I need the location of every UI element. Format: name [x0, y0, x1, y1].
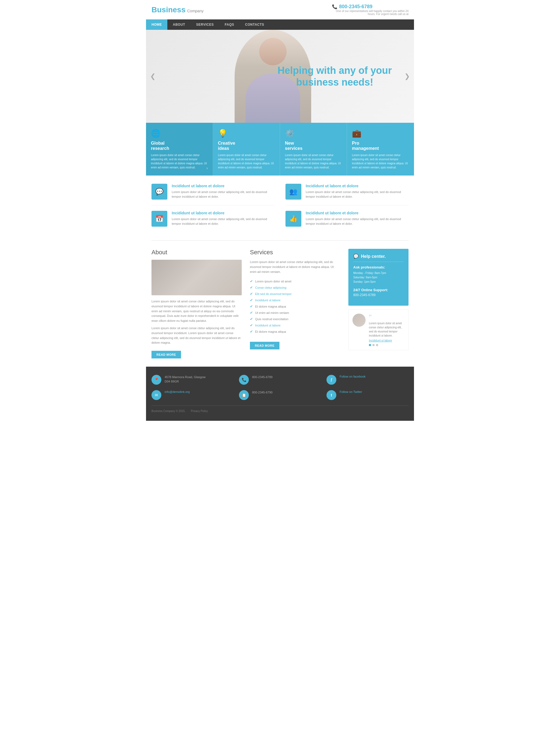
service-item-7: ✔ Incididunt ut labore: [250, 322, 340, 328]
about-text-2: Lorem ipsum dolor sit amet conse ctetur …: [151, 326, 242, 345]
feature-text-2: Lorem ipsum dolor sit amet conse ctetur …: [285, 153, 342, 170]
hero-arrow-left[interactable]: ❮: [150, 72, 156, 80]
chat-icon: 💬: [151, 184, 167, 200]
service-item-3: ✔ Incididunt ut labore: [250, 297, 340, 303]
services-read-more-button[interactable]: READ MORE: [250, 342, 279, 349]
dot-1: [369, 344, 371, 346]
footer-copyright: Business Company © 2015.: [151, 410, 185, 413]
services-list: ✔ Lorem ipsum dolor sit amet ✔ Conse cte…: [250, 278, 340, 335]
globe-icon: 🌐: [151, 129, 208, 138]
services-title: Services: [250, 249, 340, 256]
footer: 📍 4578 Marmora Road, GlasgowD04 89GR 📞 8…: [146, 367, 414, 421]
info-section: 💬 Incididunt ut labore et dolore Lorem i…: [146, 176, 414, 240]
service-label-2: Elit sed do eiusmod tempor: [255, 292, 291, 296]
service-label-3: Incididunt ut labore: [255, 299, 281, 302]
help-hours: Monday - Friday: 8am-7pmSaturday: 9am-5p…: [353, 271, 404, 284]
info-text-0: Lorem ipsum dolor sit amet conse ctetur …: [172, 190, 275, 199]
footer-phone2-text: 800-2345-6790: [252, 390, 273, 395]
info-title-3: Incididunt ut labore et dolore: [306, 211, 409, 215]
info-title-0: Incididunt ut labore et dolore: [172, 184, 275, 188]
features-bar: 🌐 Globalresearch Lorem ipsum dolor sit a…: [146, 123, 414, 176]
check-icon-2: ✔: [250, 292, 253, 296]
help-support-title: 24/7 Online Support:: [353, 288, 404, 292]
email-link[interactable]: info@demolink.org: [165, 390, 190, 393]
feature-title-0: Globalresearch: [151, 141, 208, 151]
service-item-1: ✔ Conse ctetur adipiscing: [250, 284, 340, 291]
footer-bottom: Business Company © 2015. Privacy Policy: [151, 405, 409, 413]
dot-3: [376, 344, 378, 346]
group-icon: 👥: [285, 184, 301, 200]
navigation: HOME ABOUT SERVICES FAQS CONTACTS: [146, 19, 414, 30]
service-item-0: ✔ Lorem ipsum dolor sit amet: [250, 278, 340, 284]
testimonial-avatar: [352, 314, 366, 327]
logo-area: Business Company: [151, 5, 203, 14]
feature-title-3: Promanagement: [352, 141, 409, 151]
footer-email: ✉ info@demolink.org: [151, 390, 234, 400]
testimonial-dots: [369, 344, 404, 346]
footer-phone1-text: 800-2345-6789: [252, 375, 273, 379]
facebook-link[interactable]: Follow on facebook: [340, 375, 366, 378]
nav-about[interactable]: ABOUT: [167, 19, 191, 30]
nav-contacts[interactable]: CONTACTS: [240, 19, 270, 30]
feature-global-research: 🌐 Globalresearch Lorem ipsum dolor sit a…: [146, 123, 213, 176]
phone-line: 📞 800-2345-6789: [332, 4, 409, 10]
feature-title-2: Newservices: [285, 141, 342, 151]
service-label-4: Et dolore magna aliqua: [255, 305, 286, 308]
footer-grid: 📍 4578 Marmora Road, GlasgowD04 89GR 📞 8…: [151, 375, 409, 400]
feature-text-1: Lorem ipsum dolor sit amet conse ctetur …: [218, 153, 275, 170]
footer-phone1: 📞 800-2345-6789: [239, 375, 321, 385]
check-icon-0: ✔: [250, 279, 253, 283]
hero-heading: Helping with any of your business needs!: [277, 65, 392, 88]
footer-phone-icon: 📞: [239, 375, 249, 385]
contact-area: 📞 800-2345-6789 One of our representativ…: [332, 4, 409, 16]
service-label-1: Conse ctetur adipiscing: [255, 286, 286, 289]
about-image-inner: [151, 260, 242, 295]
nav-services[interactable]: SERVICES: [191, 19, 219, 30]
hero-arrow-right[interactable]: ❯: [404, 72, 410, 80]
feature-pro-management: 💼 Promanagement Lorem ipsum dolor sit am…: [347, 123, 414, 176]
info-item-3: 👍 Incididunt ut labore et dolore Lorem i…: [285, 211, 409, 232]
help-title: Help center.: [361, 254, 386, 259]
service-label-6: Quis nostrud exercitation: [255, 317, 288, 321]
info-text-2: Lorem ipsum dolor sit amet conse ctetur …: [172, 217, 275, 226]
help-ask-title: Ask professionals:: [353, 265, 404, 269]
about-read-more-button[interactable]: READ MORE: [151, 351, 181, 358]
nav-faqs[interactable]: FAQS: [219, 19, 240, 30]
services-section: Services Lorem ipsum dolor sit amet cons…: [250, 249, 340, 358]
about-text-1: Lorem ipsum dolor sit amet conse ctetur …: [151, 299, 242, 323]
nav-home[interactable]: HOME: [146, 19, 167, 30]
about-image: [151, 260, 242, 295]
location-icon: 📍: [151, 375, 161, 385]
service-label-5: Ut enim ad minim veniam: [255, 311, 289, 314]
feature-text-3: Lorem ipsum dolor sit amet conse ctetur …: [352, 153, 409, 170]
testimonial-link[interactable]: Incididunt ut labore: [369, 339, 404, 342]
help-center-section: 💬 Help center. Ask professionals: Monday…: [348, 249, 409, 358]
info-content-3: Incididunt ut labore et dolore Lorem ips…: [306, 211, 409, 226]
dot-2: [372, 344, 375, 346]
services-text: Lorem ipsum dolor sit amet conse ctetur …: [250, 260, 340, 274]
thumbsup-icon: 👍: [285, 211, 301, 227]
fax-icon: 📋: [239, 390, 249, 400]
check-icon-6: ✔: [250, 317, 253, 321]
quote-icon: ": [369, 313, 372, 322]
service-item-8: ✔ Et dolore magna aliqua: [250, 328, 340, 335]
briefcase-icon: 💼: [352, 129, 409, 138]
hero-section: Helping with any of your business needs!…: [146, 30, 414, 123]
help-chat-icon: 💬: [353, 254, 359, 259]
footer-address: 📍 4578 Marmora Road, GlasgowD04 89GR: [151, 375, 234, 385]
footer-twitter: t Follow on Twitter: [326, 390, 409, 400]
phone-icon: 📞: [332, 4, 337, 9]
hero-text: Helping with any of your business needs!: [277, 65, 392, 88]
help-header: 💬 Help center.: [353, 254, 404, 262]
footer-phone2: 📋 800-2345-6790: [239, 390, 321, 400]
footer-privacy-link[interactable]: Privacy Policy: [191, 410, 208, 413]
info-title-2: Incididunt ut labore et dolore: [172, 211, 275, 215]
calendar-icon: 📅: [151, 211, 167, 227]
service-label-8: Et dolore magna aliqua: [255, 330, 286, 333]
info-title-1: Incididunt ut labore et dolore: [306, 184, 409, 188]
service-label-7: Incididunt ut labore: [255, 324, 281, 327]
twitter-link[interactable]: Follow on Twitter: [340, 390, 362, 393]
check-icon-1: ✔: [250, 285, 253, 290]
contact-subtext: One of our representatives will happily …: [332, 10, 409, 16]
service-item-2: ✔ Elit sed do eiusmod tempor: [250, 291, 340, 297]
